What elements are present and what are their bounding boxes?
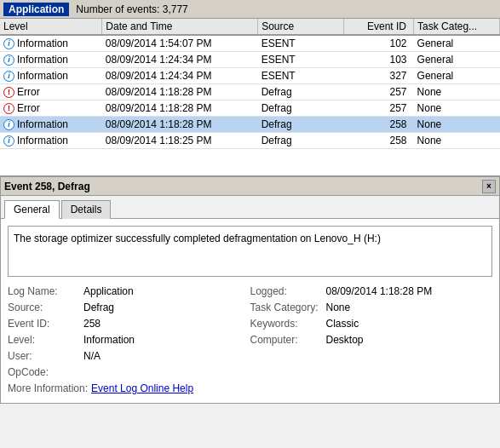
table-row[interactable]: ! Error 08/09/2014 1:18:28 PM Defrag 257…	[0, 84, 500, 101]
meta-event-id: Event ID: 258	[8, 318, 250, 330]
meta-opcode: OpCode:	[8, 366, 250, 378]
keywords-label: Keywords:	[250, 318, 323, 330]
cell-source: Defrag	[258, 117, 344, 133]
col-task[interactable]: Task Categ...	[414, 19, 500, 35]
keywords-value: Classic	[326, 318, 359, 330]
cell-eventid: 257	[344, 84, 414, 101]
logged-label: Logged:	[250, 285, 323, 297]
event-log-online-help-link[interactable]: Event Log Online Help	[91, 382, 193, 394]
cell-source: Defrag	[258, 84, 344, 101]
meta-task-category: Task Category: None	[250, 302, 493, 313]
table-body: i Information 08/09/2014 1:54:07 PM ESEN…	[0, 35, 500, 149]
meta-computer: Computer: Desktop	[250, 334, 493, 346]
title-bar: Application Number of events: 3,777	[0, 0, 500, 19]
logged-value: 08/09/2014 1:18:28 PM	[326, 285, 433, 297]
level-text: Error	[17, 86, 40, 98]
meta-right-col: Logged: 08/09/2014 1:18:28 PM Task Categ…	[250, 285, 493, 396]
cell-level: i Information	[0, 117, 102, 133]
detail-content: The storage optimizer successfully compl…	[1, 219, 499, 403]
level-text: Information	[17, 54, 68, 66]
info-icon: i	[3, 71, 14, 82]
table-row[interactable]: i Information 08/09/2014 1:18:25 PM Defr…	[0, 133, 500, 149]
col-level[interactable]: Level	[0, 19, 102, 35]
meta-source: Source: Defrag	[8, 302, 250, 313]
cell-source: ESENT	[258, 52, 344, 68]
event-table-container[interactable]: Level Date and Time Source Event ID Task…	[0, 19, 500, 176]
level-text: Information	[17, 135, 68, 146]
event-id-value: 258	[83, 318, 101, 330]
cell-task: General	[414, 68, 500, 84]
level-text: Information	[17, 118, 68, 130]
tab-details[interactable]: Details	[61, 200, 112, 219]
cell-source: Defrag	[258, 133, 344, 149]
cell-datetime: 08/09/2014 1:54:07 PM	[102, 35, 258, 52]
info-icon: i	[3, 135, 14, 146]
cell-task: General	[414, 52, 500, 68]
error-icon: !	[3, 87, 14, 98]
cell-source: ESENT	[258, 35, 344, 52]
table-row[interactable]: i Information 08/09/2014 1:18:28 PM Defr…	[0, 117, 500, 133]
cell-eventid: 257	[344, 101, 414, 117]
event-id-label: Event ID:	[8, 318, 80, 330]
cell-level: i Information	[0, 68, 102, 84]
table-header-row: Level Date and Time Source Event ID Task…	[0, 19, 500, 35]
computer-label: Computer:	[250, 334, 323, 346]
cell-task: General	[414, 35, 500, 52]
detail-tabs: General Details	[1, 196, 499, 219]
level-text: Information	[17, 37, 68, 49]
cell-datetime: 08/09/2014 1:24:34 PM	[102, 68, 258, 84]
task-category-value: None	[326, 302, 351, 313]
source-value: Defrag	[83, 302, 114, 313]
cell-eventid: 103	[344, 52, 414, 68]
meta-log-name: Log Name: Application	[8, 285, 250, 297]
meta-logged: Logged: 08/09/2014 1:18:28 PM	[250, 285, 493, 297]
cell-datetime: 08/09/2014 1:18:25 PM	[102, 133, 258, 149]
table-row[interactable]: ! Error 08/09/2014 1:18:28 PM Defrag 257…	[0, 101, 500, 117]
meta-level: Level: Information	[8, 334, 250, 346]
cell-task: None	[414, 133, 500, 149]
info-icon: i	[3, 55, 14, 66]
more-info-label: More Information:	[8, 382, 88, 394]
cell-eventid: 258	[344, 133, 414, 149]
level-text: Information	[17, 70, 68, 82]
cell-level: i Information	[0, 133, 102, 149]
close-button[interactable]: ×	[482, 180, 496, 193]
cell-datetime: 08/09/2014 1:18:28 PM	[102, 101, 258, 117]
meta-keywords: Keywords: Classic	[250, 318, 493, 330]
detail-title-bar: Event 258, Defrag ×	[1, 177, 499, 196]
log-name-label: Log Name:	[8, 285, 80, 297]
meta-left-col: Log Name: Application Source: Defrag Eve…	[8, 285, 250, 396]
event-table: Level Date and Time Source Event ID Task…	[0, 19, 500, 149]
table-row[interactable]: i Information 08/09/2014 1:24:34 PM ESEN…	[0, 68, 500, 84]
table-row[interactable]: i Information 08/09/2014 1:24:34 PM ESEN…	[0, 52, 500, 68]
cell-level: ! Error	[0, 84, 102, 101]
user-label: User:	[8, 350, 80, 362]
app-label: Application	[3, 3, 69, 16]
cell-level: ! Error	[0, 101, 102, 117]
cell-source: Defrag	[258, 101, 344, 117]
event-description: The storage optimizer successfully compl…	[8, 226, 492, 277]
level-value: Information	[83, 334, 135, 346]
cell-task: None	[414, 101, 500, 117]
metadata-grid: Log Name: Application Source: Defrag Eve…	[8, 285, 492, 396]
user-value: N/A	[83, 350, 101, 362]
task-category-label: Task Category:	[250, 302, 323, 313]
log-name-value: Application	[83, 285, 134, 297]
meta-more-info: More Information: Event Log Online Help	[8, 382, 250, 394]
cell-eventid: 327	[344, 68, 414, 84]
cell-source: ESENT	[258, 68, 344, 84]
detail-panel: Event 258, Defrag × General Details The …	[0, 176, 500, 404]
info-icon: i	[3, 38, 14, 49]
level-label: Level:	[8, 334, 80, 346]
cell-datetime: 08/09/2014 1:24:34 PM	[102, 52, 258, 68]
cell-level: i Information	[0, 35, 102, 52]
col-eventid[interactable]: Event ID	[344, 19, 414, 35]
opcode-label: OpCode:	[8, 366, 80, 378]
cell-task: None	[414, 84, 500, 101]
computer-value: Desktop	[326, 334, 364, 346]
cell-task: None	[414, 117, 500, 133]
col-source[interactable]: Source	[258, 19, 344, 35]
table-row[interactable]: i Information 08/09/2014 1:54:07 PM ESEN…	[0, 35, 500, 52]
tab-general[interactable]: General	[4, 200, 60, 219]
col-datetime[interactable]: Date and Time	[102, 19, 258, 35]
